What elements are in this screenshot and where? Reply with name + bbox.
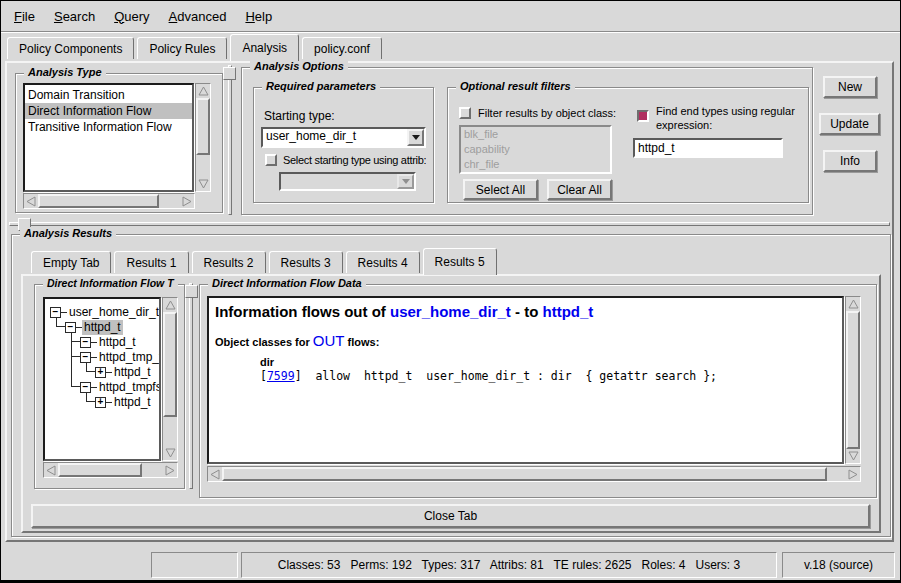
starting-type-value[interactable]: user_home_dir_t xyxy=(263,129,407,146)
tree-node-label[interactable]: httpd_tmpfs_t xyxy=(97,380,161,395)
tab-analysis[interactable]: Analysis xyxy=(230,34,299,61)
expand-icon[interactable]: + xyxy=(95,367,106,378)
clear-all-button[interactable]: Clear All xyxy=(547,179,612,200)
scroll-right-icon[interactable] xyxy=(846,467,860,481)
regex-checkbox-checked[interactable] xyxy=(637,110,649,122)
object-class-checkbox-row[interactable]: Filter results by object class: xyxy=(459,107,616,119)
update-button[interactable]: Update xyxy=(819,113,880,135)
optional-filters-title: Optional result filters xyxy=(456,80,575,92)
collapse-icon[interactable]: − xyxy=(80,352,91,363)
scrollbar-trough[interactable] xyxy=(222,467,846,481)
scroll-down-icon[interactable] xyxy=(846,449,860,463)
select-all-button[interactable]: Select All xyxy=(463,179,538,200)
list-item[interactable]: Transitive Information Flow xyxy=(25,119,192,135)
analysis-type-vscrollbar[interactable] xyxy=(195,83,211,192)
tree-node-label[interactable]: httpd_t xyxy=(82,320,123,335)
flow-data-textarea[interactable]: Information flows out of user_home_dir_t… xyxy=(207,296,844,464)
results-vertical-sash[interactable] xyxy=(189,283,193,489)
flow-direction: OUT xyxy=(313,332,345,349)
menu-help[interactable]: Help xyxy=(245,9,272,24)
scrollbar-thumb[interactable] xyxy=(58,463,142,477)
scrollbar-trough[interactable] xyxy=(58,463,163,477)
menu-file[interactable]: File xyxy=(14,9,35,24)
tree-node-label[interactable]: httpd_t xyxy=(97,335,138,350)
collapse-icon[interactable]: − xyxy=(65,322,76,333)
tab-results-1[interactable]: Results 1 xyxy=(114,251,188,273)
status-stats: Classes: 53 Perms: 192 Types: 317 Attrib… xyxy=(241,552,777,578)
list-item-selected[interactable]: Direct Information Flow xyxy=(25,103,192,119)
scroll-left-icon[interactable] xyxy=(44,463,58,477)
scroll-right-icon[interactable] xyxy=(163,463,177,477)
scroll-left-icon[interactable] xyxy=(208,467,222,481)
scrollbar-thumb[interactable] xyxy=(163,312,177,417)
collapse-icon[interactable]: − xyxy=(80,382,91,393)
starting-type-combobox[interactable]: user_home_dir_t xyxy=(261,127,426,148)
analysis-type-listbox[interactable]: Domain Transition Direct Information Flo… xyxy=(23,83,194,192)
scrollbar-trough[interactable] xyxy=(163,312,177,446)
combobox-dropdown-button[interactable] xyxy=(397,174,414,189)
tree-node-label[interactable]: user_home_dir_t xyxy=(67,305,161,320)
menu-advanced[interactable]: Advanced xyxy=(169,9,227,24)
tab-results-2[interactable]: Results 2 xyxy=(192,251,266,273)
tree-node-label[interactable]: httpd_t xyxy=(112,365,153,380)
tab-policy-conf[interactable]: policy.conf xyxy=(302,37,382,59)
sash-handle[interactable] xyxy=(223,67,236,80)
chevron-down-icon xyxy=(412,135,420,144)
scrollbar-thumb[interactable] xyxy=(196,98,210,155)
regex-checkbox-label: Find end types using regular expression: xyxy=(656,104,799,132)
close-tab-button[interactable]: Close Tab xyxy=(31,504,870,528)
attrib-combobox-value xyxy=(281,174,397,189)
object-class-item: blk_file xyxy=(461,127,610,142)
flow-data-vscrollbar[interactable] xyxy=(845,296,861,464)
scrollbar-trough[interactable] xyxy=(846,311,860,449)
info-button[interactable]: Info xyxy=(823,150,877,172)
tab-policy-components[interactable]: Policy Components xyxy=(7,37,134,59)
menu-search[interactable]: Search xyxy=(54,9,95,24)
tab-results-3[interactable]: Results 3 xyxy=(269,251,343,273)
regex-input[interactable] xyxy=(633,138,783,158)
new-button[interactable]: New xyxy=(823,76,877,98)
scrollbar-thumb[interactable] xyxy=(222,467,827,481)
tab-policy-rules[interactable]: Policy Rules xyxy=(137,37,227,59)
flow-data-hscrollbar[interactable] xyxy=(207,466,861,482)
tab-results-4[interactable]: Results 4 xyxy=(346,251,420,273)
scroll-up-icon[interactable] xyxy=(163,298,177,312)
combobox-dropdown-button[interactable] xyxy=(407,129,424,146)
scroll-up-icon[interactable] xyxy=(846,297,860,311)
collapse-icon[interactable]: − xyxy=(80,337,91,348)
object-class-listbox-disabled[interactable]: blk_file capability chr_file xyxy=(459,125,612,174)
scrollbar-trough[interactable] xyxy=(38,194,180,208)
scroll-right-icon[interactable] xyxy=(180,194,194,208)
flow-tree-canvas[interactable]: −user_home_dir_t−httpd_t−httpd_t−httpd_t… xyxy=(43,297,161,461)
scroll-up-icon[interactable] xyxy=(196,84,210,98)
attrib-checkbox-row[interactable]: Select starting type using attrib: xyxy=(265,154,431,166)
scrollbar-thumb[interactable] xyxy=(846,311,860,449)
attrib-checkbox-label: Select starting type using attrib: xyxy=(283,154,426,166)
horizontal-sash[interactable] xyxy=(9,222,890,226)
menu-query[interactable]: Query xyxy=(114,9,149,24)
scroll-left-icon[interactable] xyxy=(24,194,38,208)
version-text: v.18 (source) xyxy=(804,558,873,572)
tab-empty[interactable]: Empty Tab xyxy=(31,251,111,273)
rule-id-link[interactable]: 7599 xyxy=(267,369,295,383)
scroll-down-icon[interactable] xyxy=(196,177,210,191)
flow-tree-vscrollbar[interactable] xyxy=(162,297,178,461)
attrib-combobox-disabled[interactable] xyxy=(279,172,416,191)
attrib-checkbox[interactable] xyxy=(265,154,277,166)
tab-results-5[interactable]: Results 5 xyxy=(423,248,497,275)
flow-tree-hscrollbar[interactable] xyxy=(43,462,178,478)
scroll-down-icon[interactable] xyxy=(163,446,177,460)
scrollbar-thumb[interactable] xyxy=(38,194,159,208)
object-class-checkbox[interactable] xyxy=(459,107,471,119)
expand-icon[interactable]: + xyxy=(95,397,106,408)
regex-checkbox-row[interactable]: Find end types using regular expression: xyxy=(637,104,799,132)
object-class-item: capability xyxy=(461,142,610,157)
scrollbar-trough[interactable] xyxy=(196,98,210,177)
list-item[interactable]: Domain Transition xyxy=(25,87,192,103)
tree-node-label[interactable]: httpd_t xyxy=(112,395,153,410)
vertical-sash[interactable] xyxy=(228,65,232,215)
tree-node-label[interactable]: httpd_tmp_t xyxy=(97,350,161,365)
collapse-icon[interactable]: − xyxy=(50,307,61,318)
analysis-type-hscrollbar[interactable] xyxy=(23,193,195,209)
sash-handle[interactable] xyxy=(185,285,198,298)
